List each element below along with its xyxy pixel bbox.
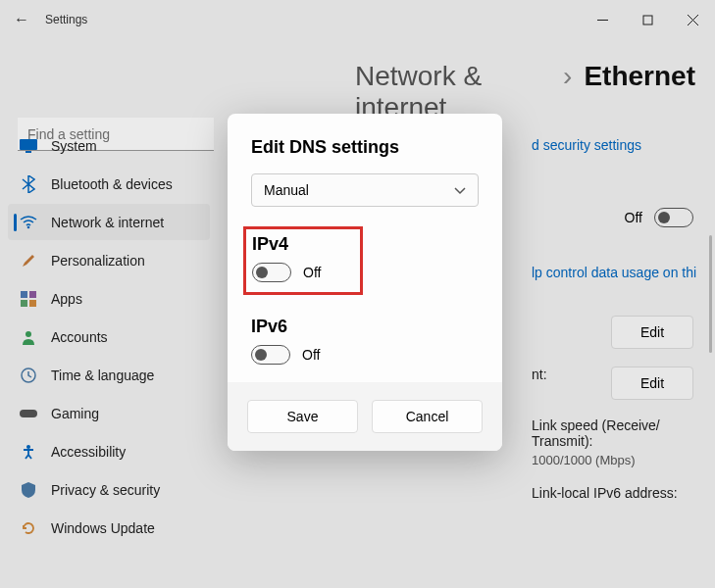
nt-label: nt:: [532, 367, 599, 382]
back-icon[interactable]: ←: [14, 11, 37, 28]
sidebar-item-accessibility[interactable]: Accessibility: [8, 433, 210, 469]
update-icon: [20, 519, 37, 537]
sidebar-item-label: Bluetooth & devices: [51, 176, 173, 192]
svg-point-14: [26, 445, 30, 449]
sidebar-item-apps[interactable]: Apps: [8, 280, 210, 317]
security-settings-link[interactable]: d security settings: [532, 137, 715, 153]
ipv6-state: Off: [302, 347, 320, 363]
link-speed-value: 1000/1000 (Mbps): [532, 453, 715, 467]
person-icon: [20, 328, 37, 346]
sidebar-item-label: Privacy & security: [51, 482, 160, 498]
svg-rect-9: [21, 300, 27, 307]
gamepad-icon: [20, 405, 37, 422]
sidebar-item-bluetooth[interactable]: Bluetooth & devices: [8, 166, 210, 202]
svg-rect-4: [20, 139, 37, 150]
scrollbar[interactable]: [709, 235, 712, 353]
sidebar-item-time[interactable]: Time & language: [8, 357, 210, 393]
sidebar: System Bluetooth & devices Network & int…: [0, 39, 218, 588]
svg-rect-1: [643, 16, 652, 24]
ipv4-state: Off: [303, 265, 321, 280]
svg-rect-5: [26, 151, 31, 153]
sidebar-item-label: System: [51, 138, 97, 154]
sidebar-item-label: Windows Update: [51, 520, 155, 536]
breadcrumb-current: Ethernet: [584, 61, 695, 92]
sidebar-item-label: Network & internet: [51, 215, 164, 230]
apps-icon: [20, 290, 37, 308]
ipv4-toggle[interactable]: [252, 263, 291, 282]
ipv6-label: IPv6: [251, 317, 479, 337]
edit-button-1[interactable]: Edit: [611, 316, 693, 349]
sidebar-item-gaming[interactable]: Gaming: [8, 395, 210, 431]
dns-settings-dialog: Edit DNS settings Manual IPv4 Off IPv6 O…: [228, 114, 502, 451]
sidebar-item-personalization[interactable]: Personalization: [8, 242, 210, 278]
minimize-button[interactable]: [580, 0, 625, 39]
metered-toggle[interactable]: [654, 208, 693, 227]
titlebar: ← Settings: [0, 0, 715, 39]
paintbrush-icon: [20, 252, 37, 270]
cancel-button[interactable]: Cancel: [372, 400, 483, 433]
maximize-button[interactable]: [625, 0, 670, 39]
svg-point-6: [27, 225, 30, 228]
sidebar-item-label: Accessibility: [51, 444, 126, 460]
select-value: Manual: [264, 182, 309, 198]
ipv6-toggle[interactable]: [251, 345, 290, 365]
sidebar-item-label: Gaming: [51, 406, 99, 421]
ipv4-label: IPv4: [252, 234, 321, 255]
close-button[interactable]: [670, 0, 715, 39]
sidebar-item-system[interactable]: System: [8, 127, 210, 164]
svg-point-11: [26, 331, 31, 337]
sidebar-item-privacy[interactable]: Privacy & security: [8, 471, 210, 508]
wifi-icon: [20, 214, 37, 231]
sidebar-item-accounts[interactable]: Accounts: [8, 318, 210, 355]
app-title: Settings: [45, 13, 87, 26]
shield-icon: [20, 481, 37, 499]
sidebar-item-label: Personalization: [51, 253, 145, 269]
chevron-right-icon: ›: [563, 61, 572, 92]
svg-rect-10: [29, 300, 36, 307]
svg-rect-7: [21, 291, 27, 298]
edit-button-2[interactable]: Edit: [611, 367, 693, 400]
metered-off-label: Off: [625, 210, 642, 225]
accessibility-icon: [20, 443, 37, 461]
clock-icon: [20, 367, 37, 384]
dialog-title: Edit DNS settings: [251, 137, 479, 158]
link-speed-label: Link speed (Receive/ Transmit):: [532, 417, 715, 449]
dns-mode-select[interactable]: Manual: [251, 173, 479, 207]
save-button[interactable]: Save: [247, 400, 358, 433]
chevron-down-icon: [454, 182, 466, 198]
bluetooth-icon: [20, 175, 37, 193]
svg-rect-13: [20, 410, 37, 417]
sidebar-item-network[interactable]: Network & internet: [8, 204, 210, 240]
sidebar-item-label: Apps: [51, 291, 82, 307]
monitor-icon: [20, 137, 37, 155]
data-usage-link[interactable]: lp control data usage on thi: [532, 265, 715, 280]
sidebar-item-update[interactable]: Windows Update: [8, 510, 210, 546]
sidebar-item-label: Time & language: [51, 368, 154, 383]
sidebar-item-label: Accounts: [51, 329, 108, 345]
ipv6-local-label: Link-local IPv6 address:: [532, 485, 693, 501]
ipv4-highlight: IPv4 Off: [243, 226, 363, 295]
svg-rect-8: [29, 291, 36, 298]
